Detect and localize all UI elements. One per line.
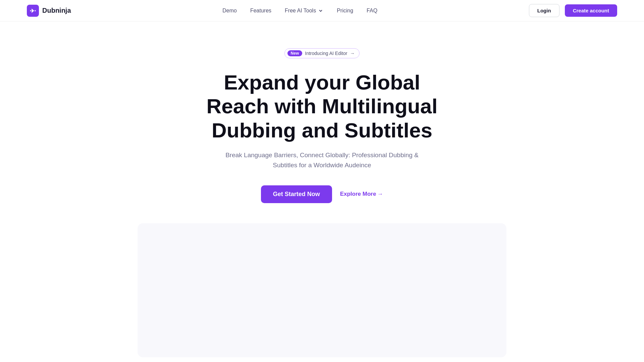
create-account-button[interactable]: Create account	[565, 4, 617, 17]
video-area	[138, 223, 506, 357]
nav-item-faq[interactable]: FAQ	[367, 8, 377, 14]
svg-rect-1	[35, 10, 36, 11]
explore-more-button[interactable]: Explore More →	[340, 191, 383, 197]
hero-buttons: Get Started Now Explore More →	[261, 185, 383, 203]
nav-dropdown-free-ai-tools[interactable]: Free AI Tools	[285, 8, 323, 14]
nav-link-faq[interactable]: FAQ	[367, 8, 377, 13]
badge-arrow: →	[350, 51, 355, 56]
nav-link-features[interactable]: Features	[250, 8, 271, 13]
bottom-section: Unlock the World's Voices: Your Multilin…	[0, 357, 644, 362]
nav-links: Demo Features Free AI Tools Pricing FAQ	[222, 8, 377, 14]
svg-rect-0	[30, 10, 31, 11]
new-pill: New	[287, 50, 303, 56]
nav-link-demo[interactable]: Demo	[222, 8, 237, 13]
hero-section: New Introducing AI Editor → Expand your …	[0, 21, 644, 223]
nav-actions: Login Create account	[529, 4, 617, 17]
new-badge[interactable]: New Introducing AI Editor →	[284, 48, 360, 58]
login-button[interactable]: Login	[529, 4, 559, 17]
nav-item-demo[interactable]: Demo	[222, 8, 237, 14]
navbar: Dubninja Demo Features Free AI Tools Pri…	[0, 0, 644, 21]
badge-text: Introducing AI Editor	[305, 51, 347, 56]
get-started-button[interactable]: Get Started Now	[261, 185, 332, 203]
hero-title: Expand your Global Reach with Multilingu…	[205, 70, 439, 142]
nav-item-features[interactable]: Features	[250, 8, 271, 14]
logo-icon	[27, 5, 39, 17]
nav-link-pricing[interactable]: Pricing	[337, 8, 353, 13]
logo-link[interactable]: Dubninja	[27, 5, 71, 17]
nav-item-free-ai-tools[interactable]: Free AI Tools	[285, 8, 323, 14]
hero-subtitle: Break Language Barriers, Connect Globall…	[218, 150, 426, 171]
brand-name: Dubninja	[42, 7, 71, 14]
chevron-down-icon	[318, 8, 323, 13]
nav-item-pricing[interactable]: Pricing	[337, 8, 353, 14]
